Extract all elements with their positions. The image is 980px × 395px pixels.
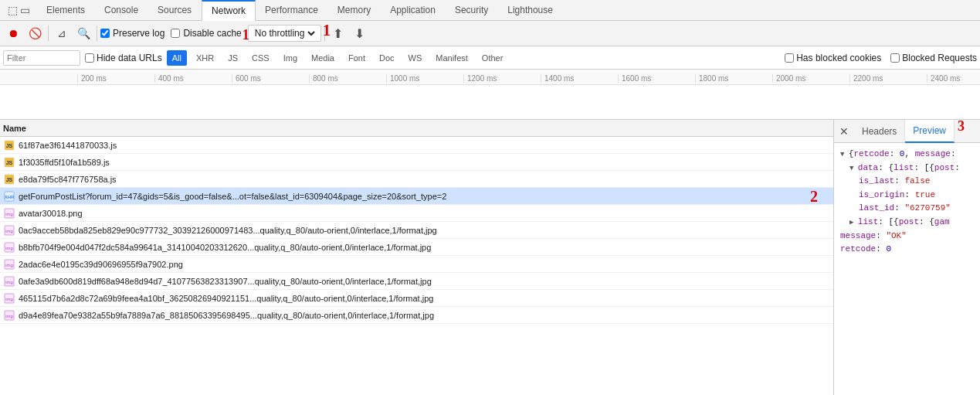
network-panel: Name JS 61f87ae3f61441870033.js JS 1f303… bbox=[0, 120, 834, 395]
ruler-tick-7: 1400 ms bbox=[541, 74, 618, 83]
tab-elements[interactable]: Elements bbox=[37, 0, 95, 21]
annotation-3: 3 bbox=[958, 120, 965, 135]
disable-cache-checkbox[interactable] bbox=[171, 29, 180, 38]
filter-other-btn[interactable]: Other bbox=[477, 50, 508, 66]
ruler-tick-9: 1800 ms bbox=[695, 74, 772, 83]
json-line-5: last_id: "6270759" bbox=[840, 202, 974, 216]
tab-application[interactable]: Application bbox=[381, 0, 446, 21]
table-row[interactable]: img 0afe3a9db600d819dff68a948e8d94d7_410… bbox=[0, 273, 833, 290]
svg-text:XHR: XHR bbox=[5, 195, 15, 199]
preserve-log-checkbox[interactable] bbox=[100, 29, 110, 38]
filter-xhr-btn[interactable]: XHR bbox=[192, 50, 219, 66]
blocked-requests-checkbox[interactable] bbox=[890, 53, 900, 63]
tab-network[interactable]: Network bbox=[202, 0, 256, 21]
filter-bar: Hide data URLs All XHR JS CSS Img Media … bbox=[0, 46, 980, 70]
table-row[interactable]: img 465115d7b6a2d8c72a69b9feea4a10bf_362… bbox=[0, 290, 833, 307]
filter-img-btn[interactable]: Img bbox=[279, 50, 302, 66]
svg-text:JS: JS bbox=[6, 143, 13, 148]
network-toolbar: ⏺ 🚫 ⊿ 🔍 Preserve log Disable cache 1 No … bbox=[0, 21, 980, 46]
main-content: Name JS 61f87ae3f61441870033.js JS 1f303… bbox=[0, 120, 980, 395]
json-line-4: is_origin: true bbox=[840, 189, 974, 203]
has-blocked-cookies-checkbox[interactable] bbox=[785, 53, 794, 63]
img-icon: img bbox=[3, 275, 15, 288]
tab-bar: ⬚ ▭ Elements Console Sources Network Per… bbox=[0, 0, 980, 21]
table-row[interactable]: XHR getForumPostList?forum_id=47&gids=5&… bbox=[0, 188, 833, 205]
filter-doc-btn[interactable]: Doc bbox=[375, 50, 399, 66]
tab-performance[interactable]: Performance bbox=[256, 0, 328, 21]
table-row[interactable]: JS 1f3035ffd5f10fa1b589.js bbox=[0, 154, 833, 171]
tab-security[interactable]: Security bbox=[446, 0, 498, 21]
filter-manifest-btn[interactable]: Manifest bbox=[431, 50, 473, 66]
network-list[interactable]: JS 61f87ae3f61441870033.js JS 1f3035ffd5… bbox=[0, 137, 833, 395]
js-icon: JS bbox=[3, 173, 15, 186]
disable-cache-label[interactable]: Disable cache bbox=[171, 28, 241, 39]
filter-js-btn[interactable]: JS bbox=[223, 50, 242, 66]
filter-ws-btn[interactable]: WS bbox=[404, 50, 427, 66]
tab-sources[interactable]: Sources bbox=[148, 0, 202, 21]
img-icon: img bbox=[3, 258, 15, 271]
device-icon[interactable]: ▭ bbox=[19, 4, 31, 16]
export-button[interactable]: ⬇ bbox=[350, 23, 370, 43]
json-line-7: message: "OK" bbox=[840, 230, 974, 243]
timeline-ruler: 200 ms 400 ms 600 ms 800 ms 1000 ms 1200… bbox=[0, 70, 980, 85]
svg-text:img: img bbox=[5, 297, 13, 301]
table-row[interactable]: JS 61f87ae3f61441870033.js bbox=[0, 137, 833, 154]
throttle-dropdown[interactable]: No throttling Fast 3G Slow 3G bbox=[252, 27, 317, 39]
filter-icon-button[interactable]: ⊿ bbox=[52, 23, 72, 43]
filter-css-btn[interactable]: CSS bbox=[247, 50, 274, 66]
has-blocked-cookies-label[interactable]: Has blocked cookies bbox=[785, 53, 881, 63]
ruler-tick-5: 1000 ms bbox=[386, 74, 463, 83]
table-row[interactable]: img d9a4e89fea70e9382a55b9fa7889a7a6_881… bbox=[0, 307, 833, 324]
filter-media-btn[interactable]: Media bbox=[307, 50, 339, 66]
close-button[interactable]: ✕ bbox=[834, 121, 854, 141]
tab-console[interactable]: Console bbox=[95, 0, 148, 21]
blocked-requests-label[interactable]: Blocked Requests bbox=[890, 53, 977, 63]
detail-panel: ✕ Headers Preview 3 {retcode: 0, message… bbox=[834, 120, 980, 395]
ruler-tick-4: 800 ms bbox=[309, 74, 386, 83]
network-list-header: Name bbox=[0, 120, 833, 137]
json-line-3: is_last: false bbox=[840, 175, 974, 189]
img-icon: img bbox=[3, 292, 15, 305]
js-icon: JS bbox=[3, 156, 15, 169]
hide-data-urls-checkbox[interactable] bbox=[85, 53, 94, 63]
devtools-icons: ⬚ ▭ bbox=[6, 4, 31, 16]
hide-data-urls-label[interactable]: Hide data URLs bbox=[85, 53, 162, 63]
tab-lighthouse[interactable]: Lighthouse bbox=[498, 0, 563, 21]
record-button[interactable]: ⏺ bbox=[3, 23, 23, 43]
table-row[interactable]: img 2adac6e4e0195c39d90696955f9a7902.png bbox=[0, 256, 833, 273]
tab-memory[interactable]: Memory bbox=[328, 0, 381, 21]
ruler-tick-8: 1600 ms bbox=[618, 74, 695, 83]
ruler-tick-3: 600 ms bbox=[232, 74, 309, 83]
table-row[interactable]: img avatar30018.png bbox=[0, 205, 833, 222]
divider-3 bbox=[324, 26, 325, 41]
svg-text:img: img bbox=[5, 314, 13, 318]
detail-tab-headers[interactable]: Headers bbox=[854, 120, 905, 143]
table-row[interactable]: img b8bfb704f9e004d047f2dc584a99641a_314… bbox=[0, 239, 833, 256]
filter-font-btn[interactable]: Font bbox=[344, 50, 370, 66]
inspect-icon[interactable]: ⬚ bbox=[6, 4, 19, 16]
import-button[interactable]: ⬆ bbox=[328, 23, 348, 43]
json-line-2[interactable]: data: {list: [{post: bbox=[840, 162, 974, 175]
ruler-tick-2: 400 ms bbox=[154, 74, 232, 83]
filter-input[interactable] bbox=[3, 50, 80, 66]
img-icon: img bbox=[3, 309, 15, 322]
detail-header: ✕ Headers Preview 3 bbox=[834, 120, 980, 143]
img-icon: img bbox=[3, 241, 15, 254]
svg-text:img: img bbox=[5, 280, 13, 284]
json-line-8: retcode: 0 bbox=[840, 243, 974, 257]
img-icon: img bbox=[3, 224, 15, 237]
clear-button[interactable]: 🚫 bbox=[25, 23, 45, 43]
json-line-6[interactable]: list: [{post: {gam bbox=[840, 216, 974, 230]
table-row[interactable]: img 0ac9acceb58bda825eb829e90c977732_303… bbox=[0, 222, 833, 239]
detail-tab-preview[interactable]: Preview 3 bbox=[905, 120, 955, 143]
divider-1 bbox=[48, 26, 49, 41]
svg-text:img: img bbox=[5, 212, 13, 216]
timeline-area: 200 ms 400 ms 600 ms 800 ms 1000 ms 1200… bbox=[0, 70, 980, 120]
table-row[interactable]: JS e8da79f5c847f776758a.js bbox=[0, 171, 833, 188]
json-line-1[interactable]: {retcode: 0, message: bbox=[840, 148, 974, 162]
search-button[interactable]: 🔍 bbox=[73, 23, 93, 43]
throttle-select[interactable]: No throttling Fast 3G Slow 3G bbox=[248, 25, 321, 42]
filter-all-btn[interactable]: All bbox=[167, 50, 187, 66]
preserve-log-label[interactable]: Preserve log bbox=[100, 28, 164, 39]
timeline-graph bbox=[0, 85, 980, 120]
